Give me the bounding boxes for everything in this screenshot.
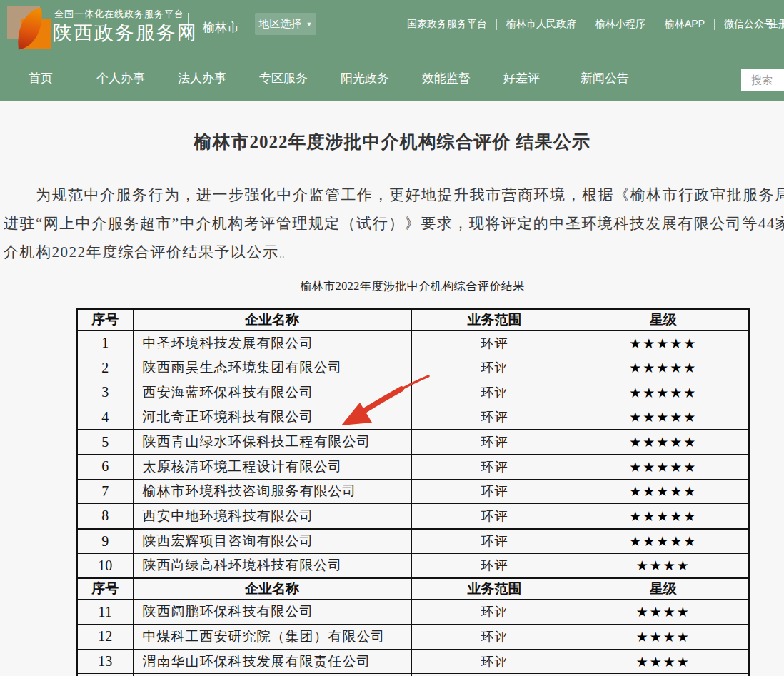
platform-label: 全国一体化在线政务服务平台 [54, 8, 184, 21]
caret-down-icon: ▼ [306, 21, 313, 28]
cell-business-scope: 环评 [411, 649, 578, 674]
nav-item[interactable]: 好差评 [503, 70, 540, 86]
table-row: 5陕西青山绿水环保科技工程有限公司环评★★★★★ [77, 430, 749, 455]
cell-no: 9 [77, 529, 133, 554]
cell-no: 2 [77, 355, 133, 380]
column-header: 企业名称 [133, 578, 411, 600]
table-row: 3西安海蓝环保科技有限公司环评★★★★★ [77, 380, 749, 405]
cell-no: 11 [77, 600, 133, 625]
column-header: 星级 [578, 309, 749, 331]
nav-item[interactable]: 阳光政务 [341, 70, 389, 86]
main-nav: 首页个人办事法人办事专区服务阳光政务效能监督好差评新闻公告 [29, 63, 629, 93]
cell-star-rating: ★★★★ [578, 649, 749, 674]
quick-link[interactable]: 榆林市人民政府 [506, 18, 576, 31]
column-header: 序号 [77, 309, 133, 331]
table-row: 2陕西雨昊生态环境集团有限公司环评★★★★★ [77, 355, 749, 380]
cell-star-rating: ★★★★★ [578, 430, 749, 455]
cell-no: 7 [77, 479, 133, 504]
column-header: 业务范围 [411, 578, 578, 600]
cell-company-name: 陕西尚绿高科环境科技有限公司 [133, 553, 411, 578]
cell-company-name: 榆林市环境科技咨询服务有限公司 [133, 479, 411, 504]
cell-company-name: 陕西宏辉项目咨询有限公司 [133, 529, 411, 554]
cell-business-scope: 环评 [411, 529, 578, 554]
table-row: 1中圣环境科技发展有限公司环评★★★★★ [77, 331, 749, 355]
cell-business-scope: 环评 [411, 355, 578, 380]
site-name: 陕西政务服务网 [53, 20, 198, 46]
nav-item[interactable]: 法人办事 [178, 70, 226, 86]
cell-business-scope: 环评 [411, 504, 578, 529]
table-row: 13渭南华山环保科技发展有限责任公司环评★★★★ [77, 649, 749, 674]
cell-no: 3 [77, 380, 133, 405]
cell-star-rating: ★★★★★ [578, 504, 749, 529]
cell-star-rating: ★★★★★ [578, 355, 749, 380]
cell-company-name: 中煤科工西安研究院（集团）有限公司 [133, 625, 411, 650]
top-header-bar: 全国一体化在线政务服务平台 陕西政务服务网 榆林市 地区选择 ▼ 国家政务服务平… [0, 0, 784, 101]
cell-no: 5 [77, 430, 133, 455]
search-input[interactable] [741, 69, 784, 91]
nav-item[interactable]: 专区服务 [259, 70, 308, 86]
nav-item[interactable]: 新闻公告 [581, 70, 629, 86]
cell-no: 13 [77, 649, 133, 674]
cell-no: 12 [77, 625, 133, 650]
cell-company-name: 西安中地环境科技有限公司 [133, 504, 411, 529]
cell-star-rating: ★★★★★ [578, 405, 749, 430]
table-row: 9陕西宏辉项目咨询有限公司环评★★★★★ [77, 529, 749, 554]
column-header: 企业名称 [133, 309, 411, 331]
region-selector-button[interactable]: 地区选择 ▼ [255, 13, 316, 35]
cell-no: 6 [77, 454, 133, 479]
cell-no: 1 [77, 331, 133, 355]
nav-item[interactable]: 首页 [29, 70, 53, 86]
table-row: 6太原核清环境工程设计有限公司环评★★★★★ [77, 454, 749, 479]
table-header-row: 序号企业名称业务范围星级 [77, 309, 749, 331]
column-header: 星级 [578, 578, 749, 600]
cell-business-scope: 环评 [411, 479, 578, 504]
nav-item[interactable]: 效能监督 [422, 70, 471, 86]
cell-business-scope: 环评 [411, 600, 578, 625]
cell-company-name: 太原核清环境工程设计有限公司 [133, 454, 411, 479]
cell-star-rating: ★★★★ [578, 625, 749, 650]
column-header: 序号 [77, 578, 133, 600]
cell-company-name: 渭南华山环保科技发展有限责任公司 [133, 649, 411, 674]
link-separator [496, 19, 497, 30]
table-caption: 榆林市2022年度涉批中介机构综合评价结果 [76, 279, 748, 294]
cell-star-rating: ★★★★★ [578, 331, 749, 355]
notice-document: 榆林市2022年度涉批中介机构综合评价 结果公示 为规范中介服务行为，进一步强化… [0, 101, 784, 676]
cell-no: 8 [77, 504, 133, 529]
region-selector-label: 地区选择 [259, 17, 302, 31]
cell-star-rating: ★★★★★ [578, 380, 749, 405]
paragraph-line: 进驻“网上中介服务超市”中介机构考评管理规定（试行）》要求，现将评定的中圣环境科… [4, 209, 784, 238]
quick-link[interactable]: 微信公众号 [724, 18, 774, 31]
cell-business-scope: 环评 [411, 430, 578, 455]
quick-link[interactable]: 榆林小程序 [595, 18, 645, 31]
cell-star-rating: ★★★★ [578, 553, 749, 578]
cell-business-scope: 环评 [411, 625, 578, 650]
cell-star-rating: ★★★★★ [578, 454, 749, 479]
header-divider [188, 13, 189, 40]
cell-company-name: 河北奇正环境科技有限公司 [133, 405, 411, 430]
quick-link[interactable]: 榆林APP [665, 18, 705, 31]
paragraph-line: 为规范中介服务行为，进一步强化中介监管工作，更好地提升我市营商环境，根据《榆林市… [4, 181, 784, 209]
cell-company-name: 陕西阔鹏环保科技有限公司 [133, 600, 411, 625]
cell-star-rating: ★★★★★ [578, 479, 749, 504]
quick-links: 国家政务服务平台榆林市人民政府榆林小程序榆林APP微信公众号 [407, 18, 774, 31]
table-row: 4河北奇正环境科技有限公司环评★★★★★ [77, 405, 749, 430]
register-link[interactable]: 注册 [768, 18, 784, 31]
nav-item[interactable]: 个人办事 [96, 70, 145, 86]
cell-company-name: 中圣环境科技发展有限公司 [133, 331, 411, 355]
cell-no: 10 [77, 553, 133, 578]
table-row: 7榆林市环境科技咨询服务有限公司环评★★★★★ [77, 479, 749, 504]
paragraph-line: 介机构2022年度综合评价结果予以公示。 [4, 238, 784, 266]
current-city-label: 榆林市 [203, 19, 239, 36]
cell-business-scope: 环评 [411, 405, 578, 430]
quick-link[interactable]: 国家政务服务平台 [407, 18, 487, 31]
site-logo [6, 5, 50, 49]
table-row: 10陕西尚绿高科环境科技有限公司环评★★★★ [77, 553, 749, 578]
column-header: 业务范围 [411, 309, 578, 331]
cell-star-rating: ★★★★★ [578, 529, 749, 554]
eval-table: 序号企业名称业务范围星级1中圣环境科技发展有限公司环评★★★★★2陕西雨昊生态环… [76, 308, 750, 676]
table-row: 11陕西阔鹏环保科技有限公司环评★★★★ [77, 600, 749, 625]
cell-no: 4 [77, 405, 133, 430]
cell-business-scope: 环评 [411, 331, 578, 355]
cell-company-name: 陕西青山绿水环保科技工程有限公司 [133, 430, 411, 455]
link-separator [586, 19, 586, 30]
